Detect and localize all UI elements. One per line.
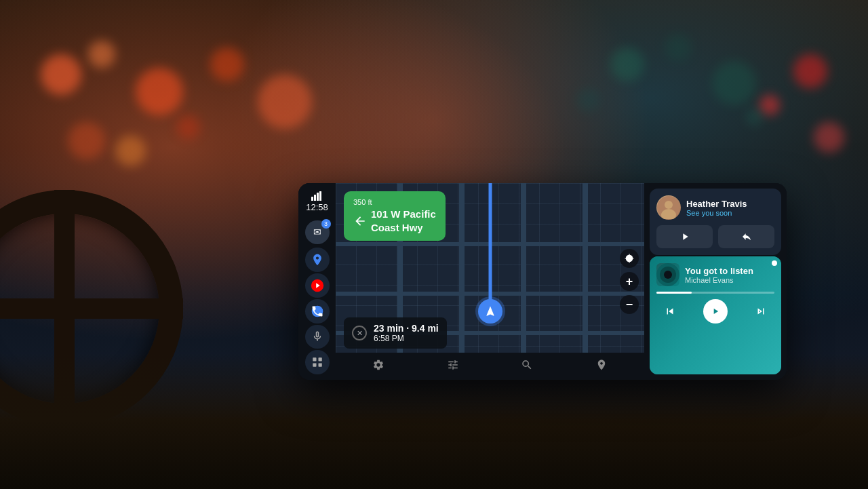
map-controls: + − — [620, 249, 639, 314]
eta-info: 23 min · 9.4 mi 6:58 PM — [374, 323, 439, 343]
contact-card: Heather Travis See you soon — [650, 189, 781, 255]
svg-rect-9 — [313, 364, 316, 367]
svg-rect-1 — [314, 195, 316, 201]
infotainment-screen: 12:58 ✉ 3 — [298, 183, 787, 380]
music-album-art — [656, 263, 679, 286]
eta-close-button[interactable]: ✕ — [352, 326, 367, 340]
contact-info: Heather Travis See you soon — [686, 199, 774, 217]
active-route — [488, 183, 492, 305]
nav-street: 101 W Pacific Coast Hwy — [353, 208, 436, 234]
music-progress-fill — [656, 292, 692, 294]
svg-rect-2 — [317, 193, 319, 201]
svg-rect-7 — [313, 357, 316, 361]
status-bar: 12:58 — [298, 189, 336, 217]
sidebar-badge-item[interactable]: ✉ 3 — [305, 220, 330, 245]
map-road-v2 — [459, 183, 465, 380]
location-dot-inner — [478, 299, 502, 324]
svg-rect-8 — [318, 357, 321, 361]
badge-count: 3 — [321, 219, 331, 229]
map-toolbar — [336, 353, 644, 380]
music-info: You got to listen Michael Evans — [685, 266, 753, 284]
svg-rect-10 — [318, 364, 321, 367]
contact-actions — [656, 225, 774, 248]
nav-street-line1: 101 W Pacific — [371, 208, 436, 221]
sidebar-music-button[interactable] — [305, 273, 330, 298]
zoom-in-button[interactable]: + — [620, 272, 639, 291]
eta-time: 23 min · 9.4 mi — [374, 323, 439, 334]
contact-name: Heather Travis — [686, 199, 774, 209]
svg-point-12 — [665, 201, 673, 209]
sidebar-apps-button[interactable] — [305, 350, 330, 374]
right-panel: Heather Travis See you soon — [644, 183, 787, 380]
next-track-button[interactable] — [750, 300, 772, 322]
eta-card: ✕ 23 min · 9.4 mi 6:58 PM — [344, 317, 447, 349]
music-artist: Michael Evans — [685, 276, 753, 284]
nav-card: 350 ft 101 W Pacific Coast Hwy — [344, 191, 446, 241]
map-road-v3 — [521, 183, 526, 380]
settings-button[interactable] — [370, 356, 387, 376]
play-pause-button[interactable] — [703, 299, 728, 324]
svg-point-15 — [660, 267, 676, 283]
zoom-out-button[interactable]: − — [620, 295, 639, 314]
music-header: You got to listen Michael Evans — [656, 263, 774, 286]
map-area: 350 ft 101 W Pacific Coast Hwy ✕ 23 min … — [336, 183, 644, 380]
search-button[interactable] — [518, 356, 536, 376]
sidebar-maps-button[interactable] — [305, 248, 330, 272]
turn-arrow-icon — [353, 214, 367, 228]
sidebar-phone-button[interactable] — [305, 299, 330, 324]
svg-rect-3 — [319, 191, 321, 201]
music-title: You got to listen — [685, 266, 753, 276]
location-dot — [478, 299, 502, 324]
contact-header: Heather Travis See you soon — [656, 195, 774, 220]
music-card: You got to listen Michael Evans — [650, 256, 781, 374]
badge-icon: ✉ — [313, 227, 321, 237]
music-progress-bar — [656, 292, 774, 294]
contact-subtitle: See you soon — [686, 209, 774, 217]
signal-icon — [311, 191, 323, 202]
nav-distance: 350 ft — [353, 198, 436, 206]
locate-button[interactable] — [620, 249, 639, 268]
pin-button[interactable] — [593, 356, 610, 376]
filter-button[interactable] — [444, 356, 462, 376]
contact-play-button[interactable] — [656, 225, 713, 248]
prev-track-button[interactable] — [659, 300, 681, 322]
time-display: 12:58 — [306, 202, 328, 213]
sidebar-mic-button[interactable] — [305, 325, 330, 349]
sidebar: 12:58 ✉ 3 — [298, 183, 336, 380]
svg-rect-0 — [311, 197, 313, 201]
svg-point-17 — [667, 273, 669, 276]
contact-avatar — [656, 195, 681, 220]
music-controls — [656, 299, 774, 324]
map-road-v4 — [583, 183, 588, 380]
contact-reply-button[interactable] — [718, 225, 774, 248]
nav-street-line2: Coast Hwy — [371, 221, 436, 235]
svg-point-16 — [665, 271, 671, 278]
eta-arrival: 6:58 PM — [374, 334, 439, 343]
